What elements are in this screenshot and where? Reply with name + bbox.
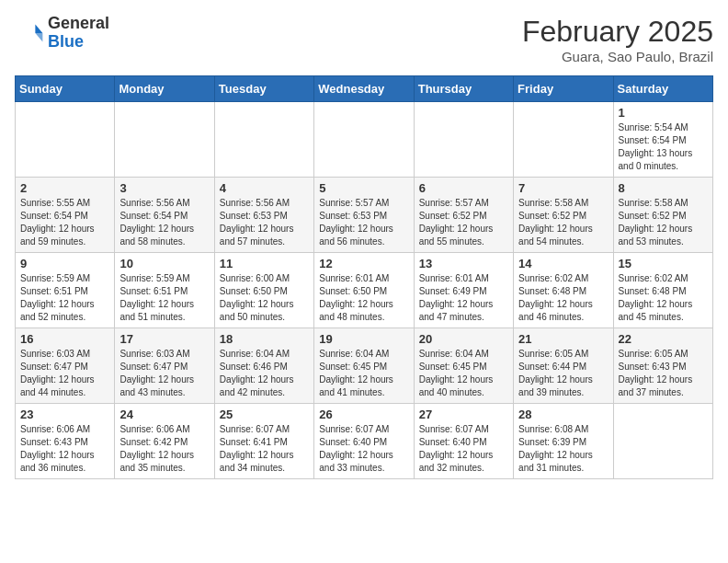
calendar-header-row: SundayMondayTuesdayWednesdayThursdayFrid… bbox=[16, 76, 713, 102]
day-info: Sunrise: 6:06 AM Sunset: 6:43 PM Dayligh… bbox=[20, 423, 109, 475]
calendar-cell: 22Sunrise: 6:05 AM Sunset: 6:43 PM Dayli… bbox=[613, 328, 712, 404]
calendar-cell: 2Sunrise: 5:55 AM Sunset: 6:54 PM Daylig… bbox=[16, 178, 115, 253]
day-info: Sunrise: 6:05 AM Sunset: 6:44 PM Dayligh… bbox=[518, 348, 608, 399]
day-info: Sunrise: 5:56 AM Sunset: 6:54 PM Dayligh… bbox=[119, 197, 209, 248]
subtitle: Guara, Sao Paulo, Brazil bbox=[522, 49, 713, 64]
day-number: 19 bbox=[319, 332, 408, 346]
weekday-header-friday: Friday bbox=[514, 76, 613, 102]
day-number: 15 bbox=[619, 257, 708, 270]
calendar-cell bbox=[414, 102, 513, 178]
day-info: Sunrise: 5:55 AM Sunset: 6:54 PM Dayligh… bbox=[20, 197, 109, 248]
day-info: Sunrise: 6:02 AM Sunset: 6:48 PM Dayligh… bbox=[518, 272, 608, 324]
calendar-cell: 19Sunrise: 6:04 AM Sunset: 6:45 PM Dayli… bbox=[314, 328, 414, 404]
day-info: Sunrise: 5:56 AM Sunset: 6:53 PM Dayligh… bbox=[220, 197, 309, 248]
day-number: 12 bbox=[319, 257, 408, 270]
calendar-cell: 7Sunrise: 5:58 AM Sunset: 6:52 PM Daylig… bbox=[514, 178, 613, 253]
day-info: Sunrise: 6:01 AM Sunset: 6:49 PM Dayligh… bbox=[419, 272, 508, 324]
day-number: 18 bbox=[220, 332, 309, 346]
day-number: 10 bbox=[119, 257, 209, 270]
calendar-cell: 20Sunrise: 6:04 AM Sunset: 6:45 PM Dayli… bbox=[414, 328, 513, 404]
calendar-cell: 24Sunrise: 6:06 AM Sunset: 6:42 PM Dayli… bbox=[115, 404, 214, 479]
main-title: February 2025 bbox=[522, 15, 713, 49]
day-number: 26 bbox=[319, 408, 408, 421]
day-info: Sunrise: 6:08 AM Sunset: 6:39 PM Dayligh… bbox=[518, 423, 608, 475]
calendar-cell bbox=[115, 102, 214, 178]
calendar-cell: 21Sunrise: 6:05 AM Sunset: 6:44 PM Dayli… bbox=[514, 328, 613, 404]
calendar-cell: 13Sunrise: 6:01 AM Sunset: 6:49 PM Dayli… bbox=[414, 253, 513, 328]
day-info: Sunrise: 6:04 AM Sunset: 6:45 PM Dayligh… bbox=[419, 348, 508, 399]
calendar-cell: 27Sunrise: 6:07 AM Sunset: 6:40 PM Dayli… bbox=[414, 404, 513, 479]
day-info: Sunrise: 6:02 AM Sunset: 6:48 PM Dayligh… bbox=[619, 272, 708, 324]
calendar-cell: 3Sunrise: 5:56 AM Sunset: 6:54 PM Daylig… bbox=[115, 178, 214, 253]
calendar-cell: 15Sunrise: 6:02 AM Sunset: 6:48 PM Dayli… bbox=[613, 253, 712, 328]
day-number: 13 bbox=[419, 257, 508, 270]
day-number: 7 bbox=[518, 181, 608, 195]
calendar-cell: 12Sunrise: 6:01 AM Sunset: 6:50 PM Dayli… bbox=[314, 253, 414, 328]
day-number: 21 bbox=[518, 332, 608, 346]
calendar-cell bbox=[514, 102, 613, 178]
weekday-header-wednesday: Wednesday bbox=[314, 76, 414, 102]
day-info: Sunrise: 6:07 AM Sunset: 6:40 PM Dayligh… bbox=[419, 423, 508, 475]
calendar-week-2: 2Sunrise: 5:55 AM Sunset: 6:54 PM Daylig… bbox=[16, 178, 713, 253]
weekday-header-sunday: Sunday bbox=[16, 76, 115, 102]
day-number: 3 bbox=[119, 181, 209, 195]
day-number: 6 bbox=[419, 181, 508, 195]
calendar-cell: 9Sunrise: 5:59 AM Sunset: 6:51 PM Daylig… bbox=[16, 253, 115, 328]
day-number: 16 bbox=[20, 332, 109, 346]
calendar-cell: 17Sunrise: 6:03 AM Sunset: 6:47 PM Dayli… bbox=[115, 328, 214, 404]
day-number: 5 bbox=[319, 181, 408, 195]
calendar-cell: 18Sunrise: 6:04 AM Sunset: 6:46 PM Dayli… bbox=[214, 328, 313, 404]
calendar-week-3: 9Sunrise: 5:59 AM Sunset: 6:51 PM Daylig… bbox=[16, 253, 713, 328]
logo-blue: Blue bbox=[48, 32, 84, 51]
calendar-cell bbox=[613, 404, 712, 479]
day-number: 11 bbox=[220, 257, 309, 270]
day-info: Sunrise: 5:58 AM Sunset: 6:52 PM Dayligh… bbox=[619, 197, 708, 248]
calendar-cell: 8Sunrise: 5:58 AM Sunset: 6:52 PM Daylig… bbox=[613, 178, 712, 253]
weekday-header-monday: Monday bbox=[115, 76, 214, 102]
day-info: Sunrise: 5:58 AM Sunset: 6:52 PM Dayligh… bbox=[518, 197, 608, 248]
weekday-header-tuesday: Tuesday bbox=[214, 76, 313, 102]
day-info: Sunrise: 6:04 AM Sunset: 6:45 PM Dayligh… bbox=[319, 348, 408, 399]
logo-icon bbox=[15, 18, 44, 48]
logo: General Blue bbox=[15, 15, 109, 52]
weekday-header-saturday: Saturday bbox=[613, 76, 712, 102]
calendar-cell: 16Sunrise: 6:03 AM Sunset: 6:47 PM Dayli… bbox=[16, 328, 115, 404]
day-number: 4 bbox=[220, 181, 309, 195]
day-number: 27 bbox=[419, 408, 508, 421]
calendar-cell bbox=[314, 102, 414, 178]
day-info: Sunrise: 6:07 AM Sunset: 6:41 PM Dayligh… bbox=[220, 423, 309, 475]
calendar-table: SundayMondayTuesdayWednesdayThursdayFrid… bbox=[15, 75, 713, 479]
day-info: Sunrise: 6:03 AM Sunset: 6:47 PM Dayligh… bbox=[20, 348, 109, 399]
day-number: 22 bbox=[619, 332, 708, 346]
calendar-cell: 23Sunrise: 6:06 AM Sunset: 6:43 PM Dayli… bbox=[16, 404, 115, 479]
day-number: 20 bbox=[419, 332, 508, 346]
calendar-cell: 5Sunrise: 5:57 AM Sunset: 6:53 PM Daylig… bbox=[314, 178, 414, 253]
day-info: Sunrise: 5:59 AM Sunset: 6:51 PM Dayligh… bbox=[20, 272, 109, 324]
day-number: 23 bbox=[20, 408, 109, 421]
calendar-week-5: 23Sunrise: 6:06 AM Sunset: 6:43 PM Dayli… bbox=[16, 404, 713, 479]
calendar-cell: 26Sunrise: 6:07 AM Sunset: 6:40 PM Dayli… bbox=[314, 404, 414, 479]
calendar-cell: 28Sunrise: 6:08 AM Sunset: 6:39 PM Dayli… bbox=[514, 404, 613, 479]
day-info: Sunrise: 5:54 AM Sunset: 6:54 PM Dayligh… bbox=[619, 121, 708, 173]
day-info: Sunrise: 6:01 AM Sunset: 6:50 PM Dayligh… bbox=[319, 272, 408, 324]
day-number: 24 bbox=[119, 408, 209, 421]
day-info: Sunrise: 5:57 AM Sunset: 6:52 PM Dayligh… bbox=[419, 197, 508, 248]
day-number: 2 bbox=[20, 181, 109, 195]
day-info: Sunrise: 6:00 AM Sunset: 6:50 PM Dayligh… bbox=[220, 272, 309, 324]
day-number: 14 bbox=[518, 257, 608, 270]
day-info: Sunrise: 6:05 AM Sunset: 6:43 PM Dayligh… bbox=[619, 348, 708, 399]
day-number: 28 bbox=[518, 408, 608, 421]
day-number: 17 bbox=[119, 332, 209, 346]
calendar-cell bbox=[16, 102, 115, 178]
day-number: 1 bbox=[619, 106, 708, 120]
day-info: Sunrise: 5:57 AM Sunset: 6:53 PM Dayligh… bbox=[319, 197, 408, 248]
calendar-cell: 10Sunrise: 5:59 AM Sunset: 6:51 PM Dayli… bbox=[115, 253, 214, 328]
logo-text: General Blue bbox=[48, 15, 109, 52]
day-info: Sunrise: 6:06 AM Sunset: 6:42 PM Dayligh… bbox=[119, 423, 209, 475]
day-info: Sunrise: 5:59 AM Sunset: 6:51 PM Dayligh… bbox=[119, 272, 209, 324]
calendar-cell: 4Sunrise: 5:56 AM Sunset: 6:53 PM Daylig… bbox=[214, 178, 313, 253]
svg-marker-1 bbox=[35, 33, 42, 42]
calendar-cell: 11Sunrise: 6:00 AM Sunset: 6:50 PM Dayli… bbox=[214, 253, 313, 328]
day-info: Sunrise: 6:07 AM Sunset: 6:40 PM Dayligh… bbox=[319, 423, 408, 475]
weekday-header-thursday: Thursday bbox=[414, 76, 513, 102]
